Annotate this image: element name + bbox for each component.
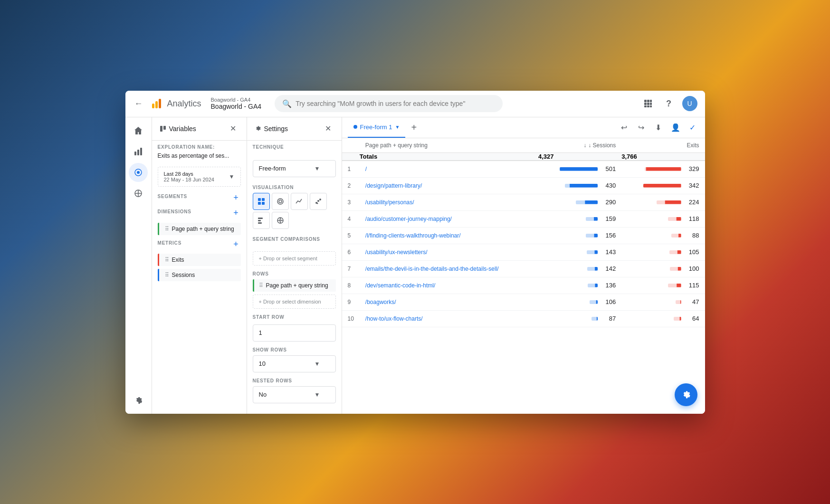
technique-select-field[interactable]: Free-form ▼ [253,160,336,177]
drag-handle-icon: ⠿ [165,226,169,232]
nested-rows-chevron-icon: ▼ [315,391,320,398]
data-panel: Free-form 1 ▼ + ↩ ↪ ⬇ 👤 ✓ [342,117,705,414]
technique-select-wrapper[interactable]: Free-form ▼ [253,160,336,177]
row-exits: 64 [621,310,705,327]
segments-section-header: SEGMENTS + [152,190,247,206]
drop-dimension-zone[interactable]: + Drop or select dimension [253,295,336,309]
fab-settings-button[interactable] [675,383,697,406]
row-page-path[interactable]: /usability/ux-newsletters/ [360,244,538,260]
back-button[interactable]: ← [133,98,144,109]
rows-section: ROWS ⠿ Page path + query string + Drop o… [247,268,342,312]
metric-exits[interactable]: ⠿ Exits [158,254,241,266]
row-num: 10 [342,310,360,327]
svg-rect-10 [647,105,649,107]
account-info: Boagworld - GA4 Boagworld - GA4 [211,97,262,110]
svg-rect-14 [140,148,142,155]
top-bar: ← Analytics Boagworld - GA4 Boagworld - … [125,91,705,117]
visualisation-section: VISUALISATION [247,181,342,233]
viz-line-button[interactable] [291,193,308,210]
help-icon[interactable]: ? [661,96,677,111]
svg-rect-3 [644,100,647,102]
svg-point-27 [279,200,282,203]
row-num: 9 [342,294,360,310]
share-users-button[interactable]: 👤 [669,121,682,134]
svg-point-31 [316,202,318,204]
row-sessions: 106 [538,294,621,310]
table-row: 5 /l/finding-clients-walkthrough-webinar… [342,227,705,244]
undo-button[interactable]: ↩ [618,121,631,134]
add-tab-button[interactable]: + [407,121,420,134]
segment-comparisons-label: SEGMENT COMPARISONS [253,237,336,242]
rows-dimension-item[interactable]: ⠿ Page path + query string [253,279,336,292]
date-range-selector[interactable]: Last 28 days 22 May - 18 Jun 2024 ▼ [158,167,241,187]
row-num: 3 [342,194,360,210]
row-page-path[interactable]: /emails/the-devil-is-in-the-details-and-… [360,260,538,277]
row-page-path[interactable]: /boagworks/ [360,294,538,310]
nav-advertising[interactable] [129,184,148,203]
start-row-input[interactable] [253,324,336,342]
col-header-row-num [342,138,360,153]
nav-home[interactable] [129,121,148,140]
start-row-section: START ROW [247,312,342,344]
row-sessions: 290 [538,194,621,210]
svg-rect-11 [650,105,652,107]
variables-title: Variables [160,125,196,133]
row-exits: 105 [621,244,705,260]
variables-close-button[interactable]: ✕ [228,123,239,134]
metric-sessions[interactable]: ⠿ Sessions [158,269,241,281]
viz-donut-button[interactable] [272,193,289,210]
col-header-sessions[interactable]: ↓ ↓ Sessions [538,138,621,153]
svg-rect-12 [134,152,136,155]
row-exits: 118 [621,210,705,227]
row-page-path[interactable]: / [360,161,538,178]
row-page-path[interactable]: /how-to/ux-flow-charts/ [360,310,538,327]
add-metric-button[interactable]: + [231,240,241,249]
row-page-path[interactable]: /l/finding-clients-walkthrough-webinar/ [360,227,538,244]
technique-label: TECHNIQUE [253,144,336,150]
row-num: 5 [342,227,360,244]
download-button[interactable]: ⬇ [652,121,665,134]
apps-icon[interactable] [640,96,656,111]
analytics-logo: Analytics [150,97,201,110]
tab-dropdown-icon: ▼ [395,124,400,130]
viz-buttons-group [253,193,336,229]
settings-close-button[interactable]: ✕ [323,123,334,134]
viz-table-button[interactable] [253,193,270,210]
user-avatar[interactable]: U [682,96,697,111]
add-segment-button[interactable]: + [231,193,241,203]
viz-bar-horizontal-button[interactable] [253,212,270,229]
table-row: 1 / 501 329 [342,161,705,178]
row-exits: 47 [621,294,705,310]
nav-settings[interactable] [129,391,148,410]
svg-rect-33 [258,220,261,221]
search-input[interactable] [296,100,495,107]
row-page-path[interactable]: /design/pattern-library/ [360,177,538,194]
col-header-exits[interactable]: Exits [621,138,705,153]
nav-reports[interactable] [129,142,148,161]
technique-dropdown-icon: ▼ [315,165,320,172]
dimension-item-page-path[interactable]: ⠿ Page path + query string [158,223,241,235]
row-sessions: 501 [538,161,621,178]
tab-freeform-1[interactable]: Free-form 1 ▼ [348,117,406,138]
row-page-path[interactable]: /dev/semantic-code-in-html/ [360,277,538,294]
search-icon: 🔍 [282,99,292,108]
viz-scatter-button[interactable] [310,193,327,210]
show-rows-select[interactable]: 10 ▼ [253,355,336,372]
viz-label: VISUALISATION [253,185,336,190]
segments-label: SEGMENTS [158,194,188,199]
search-bar[interactable]: 🔍 [275,95,503,112]
row-page-path[interactable]: /audio/customer-journey-mapping/ [360,210,538,227]
check-button[interactable]: ✓ [686,121,699,134]
nav-explore[interactable] [129,163,148,182]
viz-geo-button[interactable] [272,212,289,229]
svg-rect-5 [650,100,652,102]
add-dimension-button[interactable]: + [231,209,241,218]
tab-label: Free-form 1 [360,124,392,131]
account-main: Boagworld - GA4 [211,103,262,110]
table-row: 4 /audio/customer-journey-mapping/ 159 1… [342,210,705,227]
row-page-path[interactable]: /usability/personas/ [360,194,538,210]
redo-button[interactable]: ↪ [635,121,648,134]
drop-segment-zone[interactable]: + Drop or select segment [253,251,336,266]
nested-rows-select[interactable]: No ▼ [253,386,336,403]
totals-label: Totals [360,152,538,161]
